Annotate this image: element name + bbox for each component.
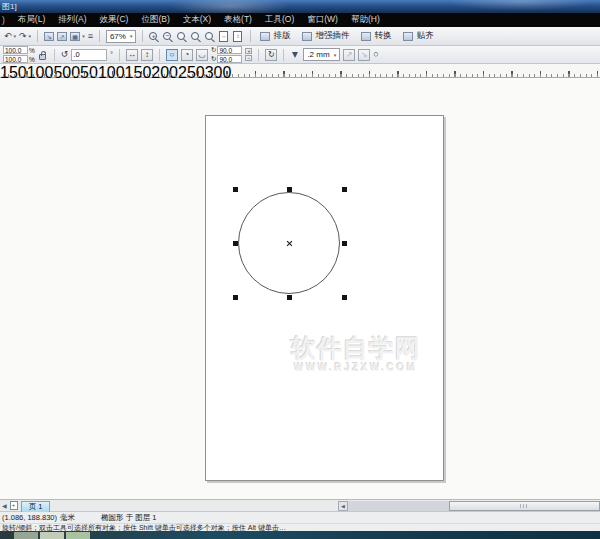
selected-object-info: 椭圆形 于 图层 1 [101, 513, 156, 523]
export-icon[interactable]: ↗ [57, 32, 67, 41]
selection-handle-middle-left[interactable] [233, 241, 238, 246]
outline-dropdown-icon[interactable]: ▾ [334, 52, 337, 58]
separator [99, 30, 100, 42]
to-back-button[interactable]: ↘ [358, 49, 370, 61]
pie-mode-button[interactable]: ◔ [181, 49, 193, 61]
redo-icon[interactable]: ↷ [19, 32, 27, 41]
menu-item[interactable]: 表格(T) [224, 14, 252, 26]
status-hint-bar: 旋转/倾斜；双击工具可选择所有对象；按住 Shift 键单击可选择多个对象；按住… [0, 523, 600, 531]
scrollbar-thumb[interactable] [449, 501, 600, 511]
selection-handle-top-center[interactable] [287, 187, 292, 192]
start-angle-input[interactable] [217, 46, 242, 54]
title-bar: 图1] [0, 0, 600, 13]
separator [54, 49, 55, 61]
zoom-out-icon[interactable]: − [163, 32, 171, 40]
launcher-dropdown-icon[interactable]: ▾ [82, 33, 85, 39]
selection-handle-bottom-left[interactable] [233, 295, 238, 300]
menu-item[interactable]: 帮助(H) [351, 14, 380, 26]
zoom-in-icon[interactable]: + [149, 32, 157, 40]
page-tab-label: 页 1 [29, 502, 43, 512]
arc-mode-button[interactable]: ◡ [196, 49, 208, 61]
zoom-level-value: 67% [110, 32, 126, 41]
import-icon[interactable]: ↘ [44, 32, 54, 41]
zoom-page-height-icon[interactable]: ↕ [233, 31, 242, 42]
menu-bar: ) 布局(L)排列(A)效果(C)位图(B)文本(X)表格(T)工具(O)窗口(… [0, 13, 600, 27]
rotation-angle-input[interactable] [71, 49, 107, 61]
toolbar-button-icon [260, 32, 270, 41]
zoom-all-objects-icon[interactable] [191, 32, 199, 40]
watermark: 软件自学网 WWW.RJZXW.COM [268, 334, 444, 374]
horizontal-scrollbar[interactable]: ◀ [338, 501, 600, 511]
menu-item[interactable]: 窗口(W) [307, 14, 338, 26]
zoom-dropdown-icon[interactable]: ▾ [130, 33, 133, 39]
menu-item[interactable]: 文本(X) [183, 14, 211, 26]
object-center-marker[interactable] [286, 240, 293, 247]
scroll-left-icon[interactable]: ◀ [338, 501, 348, 511]
redo-dropdown-icon[interactable]: ▾ [29, 33, 32, 39]
zoom-level-combo[interactable]: 67% ▾ [106, 30, 137, 43]
previous-page-icon[interactable]: ◀ [2, 502, 7, 509]
ruler-ticks [0, 70, 600, 77]
toolbar-text-button[interactable]: 贴齐 [400, 30, 436, 42]
separator [159, 49, 160, 61]
watermark-url: WWW.RJZXW.COM [268, 362, 444, 374]
toolbar-button-label: 增强插件 [315, 30, 349, 42]
end-angle-icon: ↻ [211, 55, 216, 63]
ellipse-mode-button[interactable]: ○ [166, 49, 178, 61]
outline-width-combo[interactable]: .2 mm ▾ [303, 48, 340, 61]
end-angle-input[interactable] [217, 55, 242, 63]
to-front-button[interactable]: ↗ [343, 49, 355, 61]
menu-item[interactable]: 效果(C) [100, 14, 129, 26]
menu-item[interactable]: 位图(B) [141, 14, 169, 26]
outline-pen-icon [292, 52, 298, 58]
scale-h-input[interactable] [3, 46, 28, 54]
rotation-icon: ↺ [61, 50, 69, 59]
add-page-icon[interactable]: + [10, 501, 18, 510]
zoom-page-width-icon[interactable]: ↔ [219, 31, 228, 42]
page-navigation-bar: ◀ + 页 1 ◀ [0, 499, 600, 511]
zoom-page-icon[interactable] [205, 32, 213, 40]
lock-ratio-icon[interactable] [39, 54, 46, 60]
toolbar-text-button[interactable]: 转换 [358, 30, 394, 42]
zoom-selected-icon[interactable] [177, 32, 185, 40]
selection-handle-bottom-center[interactable] [287, 295, 292, 300]
taskbar-block [14, 532, 38, 539]
taskbar-block [40, 532, 64, 539]
start-angle-icon: ↻ [211, 46, 216, 54]
options-list-icon[interactable]: ≡ [88, 32, 93, 41]
menu-item[interactable]: 布局(L) [18, 14, 45, 26]
toolbar-button-label: 转换 [374, 30, 391, 42]
degree-label: ° [110, 51, 113, 58]
cursor-coordinates: (1.086, 188.830) [2, 513, 57, 522]
scrollbar-track[interactable] [348, 501, 600, 511]
menu-item[interactable]: 工具(O) [265, 14, 294, 26]
page-tab[interactable]: 页 1 [21, 501, 51, 512]
change-direction-button[interactable]: ↻ [265, 49, 277, 61]
scale-v-input[interactable] [3, 55, 28, 63]
spin-down-button[interactable]: − [245, 55, 252, 61]
mirror-horizontal-button[interactable]: ↔ [126, 49, 138, 61]
selection-handle-top-left[interactable] [233, 187, 238, 192]
spin-up-button[interactable]: + [245, 48, 252, 54]
undo-icon[interactable]: ↶ [4, 32, 12, 41]
arc-angles-group: ↻ ↻ [211, 46, 242, 63]
toolbar-text-button[interactable]: 增强插件 [299, 30, 352, 42]
watermark-title: 软件自学网 [268, 334, 444, 362]
menu-item[interactable]: 排列(A) [58, 14, 86, 26]
outline-width-value: .2 mm [307, 50, 329, 59]
separator [258, 49, 259, 61]
undo-dropdown-icon[interactable]: ▾ [14, 33, 17, 39]
horizontal-ruler[interactable]: 15010050050100150200250300 [0, 64, 600, 78]
app-launcher-icon[interactable]: ▦ [70, 32, 80, 41]
percent-label: % [29, 56, 35, 63]
drawing-canvas[interactable]: 软件自学网 WWW.RJZXW.COM [0, 78, 600, 499]
selection-handle-bottom-right[interactable] [342, 295, 347, 300]
convert-to-curves-icon[interactable]: ○ [373, 50, 378, 59]
toolbar-button-icon [302, 32, 312, 41]
mirror-vertical-button[interactable]: ↕ [141, 49, 153, 61]
toolbar-text-button[interactable]: 排版 [257, 30, 293, 42]
selection-handle-middle-right[interactable] [342, 241, 347, 246]
selection-handle-top-right[interactable] [342, 187, 347, 192]
coreldraw-window: 图1] ) 布局(L)排列(A)效果(C)位图(B)文本(X)表格(T)工具(O… [0, 0, 600, 539]
document-page[interactable] [205, 115, 444, 481]
